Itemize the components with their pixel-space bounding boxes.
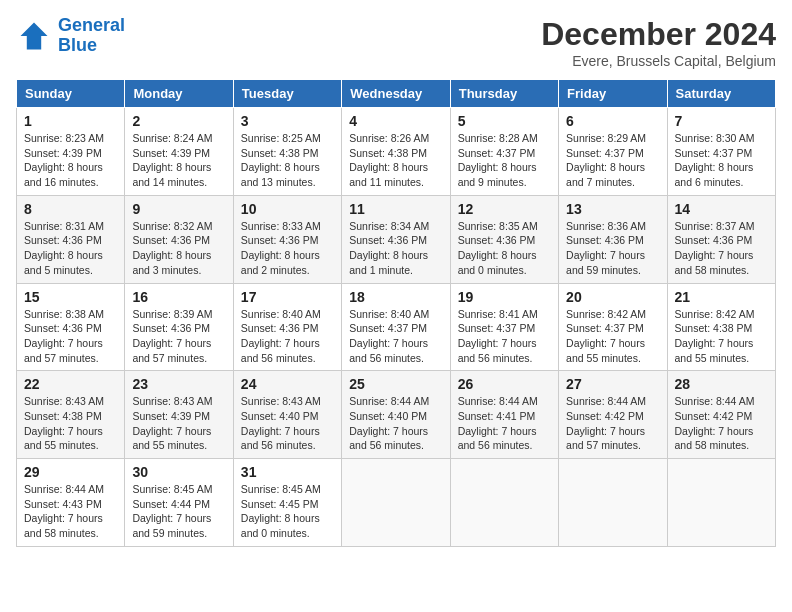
calendar-cell: 27Sunrise: 8:44 AMSunset: 4:42 PMDayligh… xyxy=(559,371,667,459)
column-header-sunday: Sunday xyxy=(17,80,125,108)
day-info: Sunrise: 8:38 AMSunset: 4:36 PMDaylight:… xyxy=(24,307,117,366)
column-header-wednesday: Wednesday xyxy=(342,80,450,108)
calendar-cell: 19Sunrise: 8:41 AMSunset: 4:37 PMDayligh… xyxy=(450,283,558,371)
calendar-cell: 6Sunrise: 8:29 AMSunset: 4:37 PMDaylight… xyxy=(559,108,667,196)
column-header-monday: Monday xyxy=(125,80,233,108)
day-number: 4 xyxy=(349,113,442,129)
calendar-cell: 23Sunrise: 8:43 AMSunset: 4:39 PMDayligh… xyxy=(125,371,233,459)
day-number: 15 xyxy=(24,289,117,305)
calendar-cell: 3Sunrise: 8:25 AMSunset: 4:38 PMDaylight… xyxy=(233,108,341,196)
day-number: 19 xyxy=(458,289,551,305)
day-number: 24 xyxy=(241,376,334,392)
day-info: Sunrise: 8:42 AMSunset: 4:37 PMDaylight:… xyxy=(566,307,659,366)
day-info: Sunrise: 8:43 AMSunset: 4:38 PMDaylight:… xyxy=(24,394,117,453)
calendar-week-row: 8Sunrise: 8:31 AMSunset: 4:36 PMDaylight… xyxy=(17,195,776,283)
calendar-cell: 5Sunrise: 8:28 AMSunset: 4:37 PMDaylight… xyxy=(450,108,558,196)
header: General Blue December 2024 Evere, Brusse… xyxy=(16,16,776,69)
logo-icon xyxy=(16,18,52,54)
day-number: 14 xyxy=(675,201,768,217)
calendar-cell: 28Sunrise: 8:44 AMSunset: 4:42 PMDayligh… xyxy=(667,371,775,459)
day-number: 25 xyxy=(349,376,442,392)
logo-text: General Blue xyxy=(58,16,125,56)
day-info: Sunrise: 8:31 AMSunset: 4:36 PMDaylight:… xyxy=(24,219,117,278)
day-info: Sunrise: 8:43 AMSunset: 4:39 PMDaylight:… xyxy=(132,394,225,453)
day-number: 21 xyxy=(675,289,768,305)
calendar-cell xyxy=(559,459,667,547)
calendar-cell: 8Sunrise: 8:31 AMSunset: 4:36 PMDaylight… xyxy=(17,195,125,283)
calendar-cell: 13Sunrise: 8:36 AMSunset: 4:36 PMDayligh… xyxy=(559,195,667,283)
day-info: Sunrise: 8:23 AMSunset: 4:39 PMDaylight:… xyxy=(24,131,117,190)
calendar-cell: 12Sunrise: 8:35 AMSunset: 4:36 PMDayligh… xyxy=(450,195,558,283)
calendar-cell: 18Sunrise: 8:40 AMSunset: 4:37 PMDayligh… xyxy=(342,283,450,371)
calendar-cell: 25Sunrise: 8:44 AMSunset: 4:40 PMDayligh… xyxy=(342,371,450,459)
day-number: 10 xyxy=(241,201,334,217)
day-number: 1 xyxy=(24,113,117,129)
logo: General Blue xyxy=(16,16,125,56)
day-number: 29 xyxy=(24,464,117,480)
calendar-cell: 22Sunrise: 8:43 AMSunset: 4:38 PMDayligh… xyxy=(17,371,125,459)
calendar-cell: 1Sunrise: 8:23 AMSunset: 4:39 PMDaylight… xyxy=(17,108,125,196)
day-info: Sunrise: 8:36 AMSunset: 4:36 PMDaylight:… xyxy=(566,219,659,278)
day-number: 8 xyxy=(24,201,117,217)
calendar-cell: 30Sunrise: 8:45 AMSunset: 4:44 PMDayligh… xyxy=(125,459,233,547)
day-info: Sunrise: 8:41 AMSunset: 4:37 PMDaylight:… xyxy=(458,307,551,366)
day-number: 16 xyxy=(132,289,225,305)
calendar-cell: 2Sunrise: 8:24 AMSunset: 4:39 PMDaylight… xyxy=(125,108,233,196)
calendar-cell: 9Sunrise: 8:32 AMSunset: 4:36 PMDaylight… xyxy=(125,195,233,283)
calendar-cell: 7Sunrise: 8:30 AMSunset: 4:37 PMDaylight… xyxy=(667,108,775,196)
day-number: 7 xyxy=(675,113,768,129)
day-number: 17 xyxy=(241,289,334,305)
day-info: Sunrise: 8:24 AMSunset: 4:39 PMDaylight:… xyxy=(132,131,225,190)
day-number: 22 xyxy=(24,376,117,392)
day-number: 26 xyxy=(458,376,551,392)
calendar-cell: 15Sunrise: 8:38 AMSunset: 4:36 PMDayligh… xyxy=(17,283,125,371)
calendar-cell: 24Sunrise: 8:43 AMSunset: 4:40 PMDayligh… xyxy=(233,371,341,459)
day-info: Sunrise: 8:32 AMSunset: 4:36 PMDaylight:… xyxy=(132,219,225,278)
day-info: Sunrise: 8:45 AMSunset: 4:45 PMDaylight:… xyxy=(241,482,334,541)
day-info: Sunrise: 8:43 AMSunset: 4:40 PMDaylight:… xyxy=(241,394,334,453)
calendar-cell xyxy=(667,459,775,547)
day-info: Sunrise: 8:29 AMSunset: 4:37 PMDaylight:… xyxy=(566,131,659,190)
day-info: Sunrise: 8:44 AMSunset: 4:42 PMDaylight:… xyxy=(675,394,768,453)
calendar-week-row: 29Sunrise: 8:44 AMSunset: 4:43 PMDayligh… xyxy=(17,459,776,547)
day-number: 28 xyxy=(675,376,768,392)
calendar-cell: 17Sunrise: 8:40 AMSunset: 4:36 PMDayligh… xyxy=(233,283,341,371)
day-info: Sunrise: 8:45 AMSunset: 4:44 PMDaylight:… xyxy=(132,482,225,541)
day-info: Sunrise: 8:40 AMSunset: 4:36 PMDaylight:… xyxy=(241,307,334,366)
day-info: Sunrise: 8:44 AMSunset: 4:42 PMDaylight:… xyxy=(566,394,659,453)
calendar-table: SundayMondayTuesdayWednesdayThursdayFrid… xyxy=(16,79,776,547)
calendar-cell: 29Sunrise: 8:44 AMSunset: 4:43 PMDayligh… xyxy=(17,459,125,547)
day-info: Sunrise: 8:26 AMSunset: 4:38 PMDaylight:… xyxy=(349,131,442,190)
calendar-cell: 20Sunrise: 8:42 AMSunset: 4:37 PMDayligh… xyxy=(559,283,667,371)
day-number: 9 xyxy=(132,201,225,217)
day-number: 2 xyxy=(132,113,225,129)
calendar-week-row: 1Sunrise: 8:23 AMSunset: 4:39 PMDaylight… xyxy=(17,108,776,196)
calendar-cell: 14Sunrise: 8:37 AMSunset: 4:36 PMDayligh… xyxy=(667,195,775,283)
column-header-thursday: Thursday xyxy=(450,80,558,108)
day-number: 3 xyxy=(241,113,334,129)
calendar-cell xyxy=(342,459,450,547)
day-info: Sunrise: 8:25 AMSunset: 4:38 PMDaylight:… xyxy=(241,131,334,190)
day-number: 5 xyxy=(458,113,551,129)
title-section: December 2024 Evere, Brussels Capital, B… xyxy=(541,16,776,69)
svg-marker-0 xyxy=(21,22,48,49)
day-info: Sunrise: 8:37 AMSunset: 4:36 PMDaylight:… xyxy=(675,219,768,278)
day-info: Sunrise: 8:40 AMSunset: 4:37 PMDaylight:… xyxy=(349,307,442,366)
day-number: 13 xyxy=(566,201,659,217)
calendar-cell: 11Sunrise: 8:34 AMSunset: 4:36 PMDayligh… xyxy=(342,195,450,283)
day-number: 11 xyxy=(349,201,442,217)
location-subtitle: Evere, Brussels Capital, Belgium xyxy=(541,53,776,69)
column-header-friday: Friday xyxy=(559,80,667,108)
day-number: 27 xyxy=(566,376,659,392)
calendar-header-row: SundayMondayTuesdayWednesdayThursdayFrid… xyxy=(17,80,776,108)
day-info: Sunrise: 8:30 AMSunset: 4:37 PMDaylight:… xyxy=(675,131,768,190)
day-info: Sunrise: 8:42 AMSunset: 4:38 PMDaylight:… xyxy=(675,307,768,366)
day-number: 30 xyxy=(132,464,225,480)
calendar-cell: 21Sunrise: 8:42 AMSunset: 4:38 PMDayligh… xyxy=(667,283,775,371)
month-year-title: December 2024 xyxy=(541,16,776,53)
calendar-cell xyxy=(450,459,558,547)
calendar-cell: 4Sunrise: 8:26 AMSunset: 4:38 PMDaylight… xyxy=(342,108,450,196)
day-number: 20 xyxy=(566,289,659,305)
day-number: 18 xyxy=(349,289,442,305)
day-info: Sunrise: 8:34 AMSunset: 4:36 PMDaylight:… xyxy=(349,219,442,278)
